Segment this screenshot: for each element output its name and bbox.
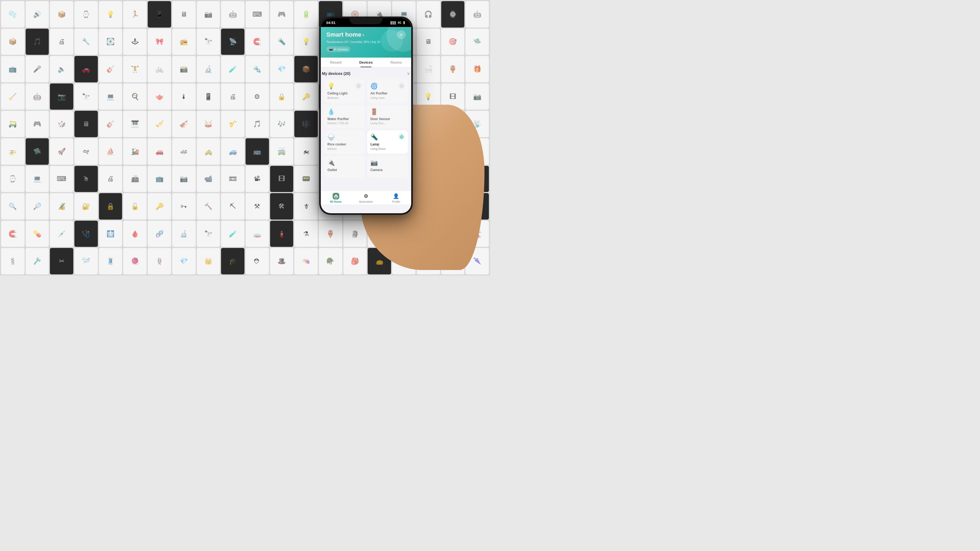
tab-recent[interactable]: Recent	[321, 57, 351, 67]
bg-cell: 💊	[25, 221, 49, 247]
bg-cell: 🔭	[197, 221, 220, 247]
devices-header: My devices (20) ∨	[321, 68, 411, 79]
phone-screen: 04:51 ▌▌▌ 4G 🔋 Smart home ›	[321, 18, 411, 213]
bottom-nav-automation[interactable]: ⚙ Automation	[351, 193, 381, 203]
bg-cell: 🔊	[25, 1, 49, 27]
bottom-nav-mi-home[interactable]: 🏠 Mi Home	[321, 193, 351, 203]
bg-cell: ⌚	[75, 1, 98, 27]
bg-cell: 🏋	[123, 56, 146, 83]
ceiling-light-power-btn[interactable]: ⏻	[355, 82, 362, 89]
bg-cell: ⚗	[294, 221, 318, 247]
bg-cell: 🔒	[270, 84, 293, 110]
nav-tabs: Recent Devices Rooms	[321, 57, 411, 68]
bg-cell: 🎺	[148, 111, 171, 137]
bg-cell: 💡	[294, 29, 318, 55]
bg-cell: 💉	[50, 221, 73, 247]
bg-cell: 🎹	[123, 111, 146, 137]
bg-cell: 🪡	[75, 248, 98, 275]
bg-cell: 🛸	[466, 29, 489, 55]
bg-cell: 👒	[294, 248, 318, 275]
bg-cell: 🎷	[221, 111, 245, 137]
bg-cell: ⌨	[245, 1, 269, 27]
bg-cell: ✂	[50, 248, 73, 275]
chevron-down-icon: ∨	[407, 71, 410, 76]
bg-cell: 🚌	[245, 138, 269, 165]
bg-cell: 🖱	[75, 166, 98, 192]
add-button[interactable]: +	[397, 30, 406, 39]
air-purifier-power-btn[interactable]: ⏻	[398, 82, 405, 89]
tab-devices[interactable]: Devices	[351, 57, 381, 67]
bg-cell: 🏎	[172, 138, 196, 165]
bg-cell: 📹	[197, 166, 220, 192]
device-card-lamp[interactable]: 🔦 ⏻ Lamp Living Room	[367, 130, 408, 154]
bg-cell: 🍳	[123, 84, 146, 110]
bg-cell: 🔩	[245, 56, 269, 83]
bg-cell: 🔬	[172, 221, 196, 247]
bg-cell: 🧪	[221, 221, 245, 247]
bg-cell: 🔑	[294, 84, 318, 110]
device-card-ceiling-light[interactable]: 💡 ⏻ Ceiling Light Bedroom	[324, 79, 365, 103]
bg-cell: 🧹	[1, 84, 24, 110]
bg-cell: 🔑	[148, 193, 171, 219]
bg-cell: 🪒	[25, 248, 49, 275]
bg-cell: 💎	[270, 56, 293, 83]
bg-cell: 🌡	[172, 84, 196, 110]
camera-icon: 📷	[329, 48, 333, 51]
bg-cell: ⛑	[245, 248, 269, 275]
bg-cell: 🚁	[1, 138, 24, 165]
bg-cell: 🚎	[270, 138, 293, 165]
bg-cell: 🩸	[123, 221, 146, 247]
devices-scroll[interactable]: 💡 ⏻ Ceiling Light Bedroom 🌀 ⏻ Air Puri	[321, 79, 411, 191]
device-card-rice-cooker[interactable]: 🍚 Rice cooker Kitchen	[324, 130, 365, 154]
phone-frame: 04:51 ▌▌▌ 4G 🔋 Smart home ›	[319, 16, 413, 215]
device-card-outlet[interactable]: 🔌 Outlet	[324, 156, 365, 178]
phone-in-hand: 04:51 ▌▌▌ 4G 🔋 Smart home ›	[319, 16, 463, 259]
bg-cell: 🔐	[75, 193, 98, 219]
bg-cell: 📦	[50, 1, 73, 27]
bg-cell: 🩻	[99, 221, 123, 247]
door-sensor-icon: 🚪	[371, 108, 404, 116]
bg-cell: 💈	[1, 248, 24, 275]
bg-cell: 🔦	[270, 29, 293, 55]
bg-cell: 🚕	[197, 138, 220, 165]
device-card-door-sensor[interactable]: 🚪 Door Sensor Living Roo...	[367, 105, 408, 129]
bg-cell: 🎩	[270, 248, 293, 275]
bg-cell: 💡	[99, 1, 123, 27]
bg-cell: 💻	[99, 84, 123, 110]
bg-cell: 🔈	[50, 56, 73, 83]
bg-cell: 🎮	[25, 111, 49, 137]
bg-cell: 🎼	[294, 111, 318, 137]
bg-cell: 📦	[294, 56, 318, 83]
bg-cell: 🕹	[123, 29, 146, 55]
status-time: 04:51	[326, 21, 336, 25]
bg-cell: 📷	[50, 84, 73, 110]
bg-cell: 🔭	[197, 29, 220, 55]
bg-cell: 🧯	[270, 221, 293, 247]
device-card-air-purifier[interactable]: 🌀 ⏻ Air Purifier Living room	[367, 79, 408, 103]
bg-cell: 👑	[197, 248, 220, 275]
app-body: My devices (20) ∨ 💡	[321, 68, 411, 205]
bg-cell: 💽	[99, 29, 123, 55]
bg-cell: 🔓	[123, 193, 146, 219]
tab-rooms[interactable]: Rooms	[381, 57, 411, 67]
bg-cell: 🎸	[99, 111, 123, 137]
bg-cell: 🚲	[148, 56, 171, 83]
bg-cell: 🔍	[1, 193, 24, 219]
devices-grid: 💡 ⏻ Ceiling Light Bedroom 🌀 ⏻ Air Puri	[324, 79, 408, 178]
bg-cell: ⛏	[221, 193, 245, 219]
device-card-camera[interactable]: 📷 Camera	[367, 156, 408, 178]
bg-cell: 🧶	[123, 248, 146, 275]
bg-cell: 📱	[197, 84, 220, 110]
bg-cell: 🖨	[99, 166, 123, 192]
bg-cell: 🏍	[294, 138, 318, 165]
bg-cell: ⌨	[50, 166, 73, 192]
bg-cell: 📡	[221, 29, 245, 55]
bg-cell: 🔒	[99, 193, 123, 219]
lamp-power-btn[interactable]: ⏻	[398, 133, 405, 140]
camera-badge[interactable]: 📷 6 Camera	[326, 46, 350, 52]
bg-cell: 🔏	[50, 193, 73, 219]
device-card-water-purifier[interactable]: 💧 Water Purifier Kitchen | TDS 28	[324, 105, 365, 129]
bottom-nav-profile[interactable]: 👤 Profile	[381, 193, 411, 203]
mi-home-icon: 🏠	[332, 193, 339, 200]
bg-cell: 🥁	[197, 111, 220, 137]
